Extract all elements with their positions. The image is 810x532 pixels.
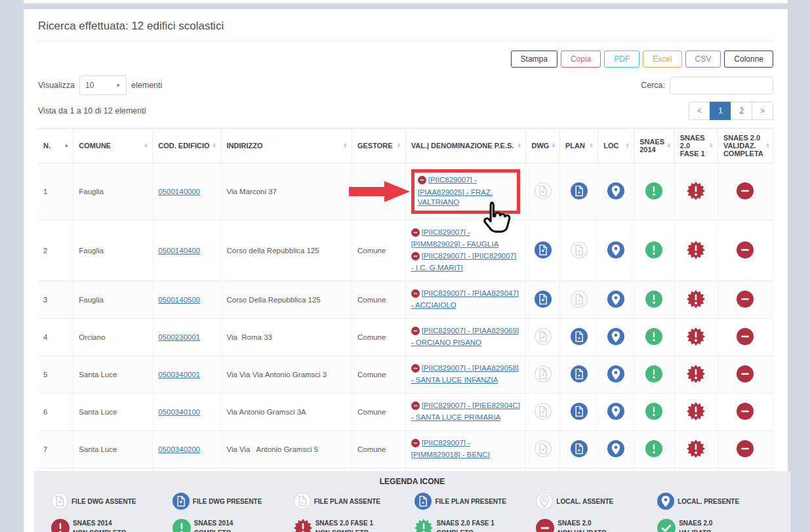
pes-link[interactable]: [PIIC829007] - [PIMM829018] - BENCI: [411, 439, 490, 459]
building-code-link[interactable]: 0500140400: [158, 247, 200, 255]
column-header-val-denominazione-p-e-s[interactable]: VAL.| DENOMINAZIONE P.E.S.▲▼: [405, 129, 526, 163]
snaes20-validaz-cell: [718, 220, 773, 281]
plan-cell: [560, 281, 598, 318]
comune-cell: Santa Luce: [73, 393, 153, 430]
pdf-button[interactable]: PDF: [604, 51, 639, 68]
file-plan-absent-icon: [294, 493, 311, 510]
column-header-comune[interactable]: COMUNE▲▼: [73, 129, 153, 163]
legend-label: SNAES 2.0NON VALIDATO: [557, 518, 606, 532]
pes-link[interactable]: [PIIC829007] - [PIAA829047] - ACCIAIOLO: [411, 289, 519, 310]
row-number: 1: [38, 163, 73, 220]
address-cell: Corso Della Repubblica 125: [221, 281, 352, 318]
snaes2014-completo-icon: [645, 241, 662, 258]
location-present-icon[interactable]: [607, 182, 624, 199]
snaes20-validaz-cell: [718, 318, 773, 356]
file-plan-present-icon[interactable]: [571, 365, 588, 382]
column-header-plan[interactable]: PLAN▲▼: [560, 129, 598, 163]
legend-label: LOCAL. PRESENTE: [678, 497, 739, 506]
file-plan-present-icon[interactable]: [571, 403, 588, 420]
file-plan-present-icon[interactable]: [571, 440, 588, 457]
building-code-link[interactable]: 0500140000: [158, 188, 200, 195]
excel-button[interactable]: Excel: [643, 51, 681, 68]
location-present-icon[interactable]: [607, 241, 624, 258]
snaes2014-completo-icon: [645, 182, 662, 199]
pagination-next[interactable]: >: [752, 102, 773, 120]
column-header-indirizzo[interactable]: INDIRIZZO▲▼: [221, 129, 352, 163]
highlight-arrow-icon: [349, 180, 411, 203]
pagination-page-1[interactable]: 1: [710, 102, 731, 120]
building-code-link[interactable]: 0500140500: [158, 296, 200, 304]
colonne-button[interactable]: Colonne: [724, 51, 773, 68]
search-input[interactable]: [670, 77, 773, 94]
gestore-cell: Comune: [352, 356, 405, 393]
building-code-link[interactable]: 0500230001: [158, 333, 200, 341]
location-present-icon[interactable]: [607, 291, 624, 308]
csv-button[interactable]: CSV: [685, 51, 721, 68]
address-cell: Corso della Repubblica 125: [221, 220, 352, 281]
search-label: Cerca:: [641, 81, 665, 90]
pes-link[interactable]: [PIIC829007] - [PIAA829069] - ORCIANO PI…: [411, 327, 519, 347]
snaes-non-validato-icon: [411, 364, 420, 373]
file-plan-present-icon[interactable]: [571, 182, 588, 199]
sort-icon: ▲▼: [666, 143, 671, 148]
column-header-gestore[interactable]: GESTORE▲▼: [352, 129, 405, 163]
location-present-icon[interactable]: [607, 328, 624, 345]
pes-link[interactable]: [PIIC829007] - [PIIC829007] - I.C. G.MAR…: [411, 252, 516, 272]
snaes20-validaz-cell: [718, 393, 773, 430]
file-dwg-absent-icon: [535, 403, 552, 420]
location-present-icon[interactable]: [607, 365, 624, 382]
legend-item-snaes20fase1-non-completo: SNAES 2.0 FASE 1NON COMPLETO: [294, 518, 410, 532]
chevron-down-icon: ▼: [115, 83, 121, 89]
pes-link[interactable]: [PIIC829007] - [PIEE82904C] - SANTA LUCE…: [411, 401, 520, 422]
column-header-cod-edificio[interactable]: COD. EDIFICIO▲▼: [153, 129, 221, 163]
column-label: COMUNE: [79, 142, 111, 150]
legend-label: SNAES 2014COMPLETO: [194, 518, 233, 532]
snaes20-fase1-non_completo-icon: [687, 327, 705, 346]
building-code-link[interactable]: 0500340100: [158, 408, 200, 416]
location-present-icon[interactable]: [607, 403, 624, 420]
stampa-button[interactable]: Stampa: [511, 51, 557, 68]
file-plan-present-icon[interactable]: [571, 328, 588, 345]
location-present-icon[interactable]: [607, 440, 624, 457]
building-code-cell: 0500340200: [153, 430, 221, 468]
legend-item-snaes2014-non-completo: SNAES 2014NON COMPLETO: [51, 518, 167, 532]
column-header-n[interactable]: N.▲: [38, 129, 73, 163]
snaes20-validaz-cell: [718, 281, 773, 318]
sort-icon: ▲▼: [212, 143, 216, 148]
dwg-cell: [526, 318, 560, 356]
copia-button[interactable]: Copia: [561, 51, 601, 68]
file-dwg-present-icon[interactable]: [535, 241, 552, 258]
sort-icon: ▲▼: [708, 143, 713, 148]
column-header-dwg[interactable]: DWG▲▼: [526, 129, 560, 163]
snaes20-fase1-non_completo-icon: [687, 440, 705, 458]
column-label: SNAES 2.0 FASE 1: [680, 134, 707, 157]
loc-cell: [598, 393, 634, 430]
snaes20-validato-icon: [657, 519, 676, 532]
building-code-link[interactable]: 0500340001: [158, 371, 200, 379]
legend-label: FILE DWG PRESENTE: [193, 497, 262, 506]
file-dwg-present-icon[interactable]: [535, 291, 552, 308]
column-header-snaes-2-0-validaz-completa[interactable]: SNAES 2.0 VALIDAZ. COMPLETA▲▼: [718, 129, 773, 163]
page-size-select[interactable]: 10 ▼: [79, 75, 127, 95]
comune-cell: Fauglia: [73, 281, 153, 318]
building-code-cell: 0500340100: [153, 393, 221, 430]
table-row: 2Fauglia0500140400Corso della Repubblica…: [38, 220, 773, 281]
snaes2014-completo-icon: [172, 519, 191, 532]
snaes20-non_validato-icon: [737, 328, 754, 345]
building-code-link[interactable]: 0500340200: [158, 445, 200, 453]
column-header-loc[interactable]: LOC▲▼: [598, 129, 634, 163]
sort-icon: ▲▼: [589, 143, 594, 148]
column-header-snaes-2-0-fase-1[interactable]: SNAES 2.0 FASE 1▲▼: [674, 129, 718, 163]
gestore-cell: Comune: [352, 430, 405, 468]
column-header-snaes-2014[interactable]: SNAES 2014▲▼: [634, 129, 675, 163]
snaes20-validaz-cell: [718, 356, 773, 393]
comune-cell: Orciano: [73, 318, 153, 356]
pagination-prev[interactable]: <: [689, 102, 710, 120]
pes-link[interactable]: [PIIC829007] - [PIAA829058] - SANTA LUCE…: [411, 364, 519, 384]
snaes-non-validato-icon: [418, 176, 426, 184]
pagination-page-2[interactable]: 2: [731, 102, 752, 120]
pes-cell: [PIIC829007] - [PIEE82904C] - SANTA LUCE…: [405, 393, 526, 430]
legend-label: SNAES 2.0 FASE 1COMPLETO: [436, 518, 494, 532]
elementi-label: elementi: [131, 81, 162, 90]
row-number: 2: [38, 220, 73, 281]
